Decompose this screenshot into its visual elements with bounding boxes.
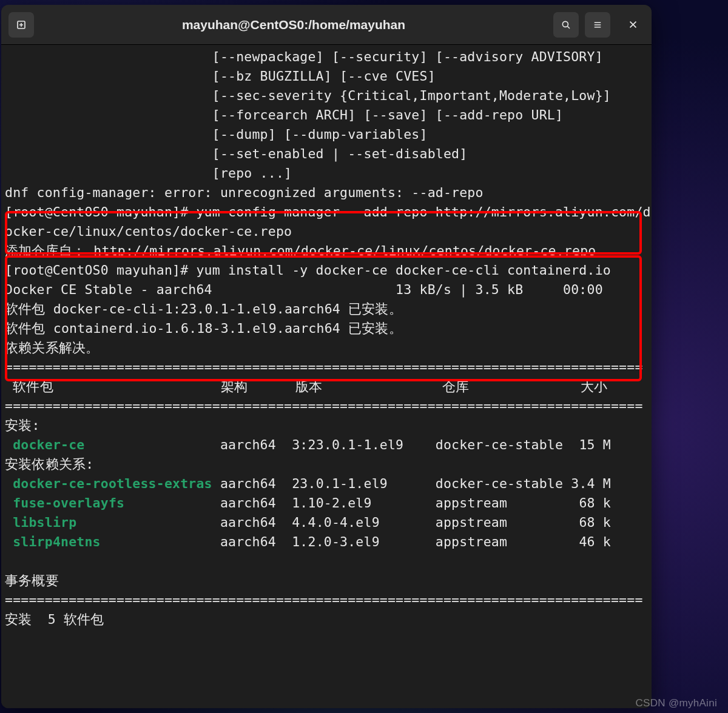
svg-point-3 (562, 21, 568, 27)
hamburger-icon (592, 19, 603, 30)
terminal-window: mayuhan@CentOS0:/home/mayuhan (1, 5, 652, 708)
titlebar: mayuhan@CentOS0:/home/mayuhan (1, 5, 652, 45)
terminal-body[interactable]: [--newpackage] [--security] [--advisory … (1, 45, 652, 708)
svg-line-4 (567, 26, 570, 28)
new-tab-button[interactable] (8, 12, 34, 38)
new-tab-icon (16, 19, 27, 30)
search-button[interactable] (553, 12, 579, 38)
terminal-output[interactable]: [--newpackage] [--security] [--advisory … (1, 45, 652, 708)
search-icon (561, 19, 571, 30)
menu-button[interactable] (585, 12, 610, 38)
watermark: CSDN @myhAini (635, 697, 717, 709)
close-icon (628, 19, 638, 30)
window-title: mayuhan@CentOS0:/home/mayuhan (39, 18, 548, 32)
close-button[interactable] (621, 13, 644, 36)
